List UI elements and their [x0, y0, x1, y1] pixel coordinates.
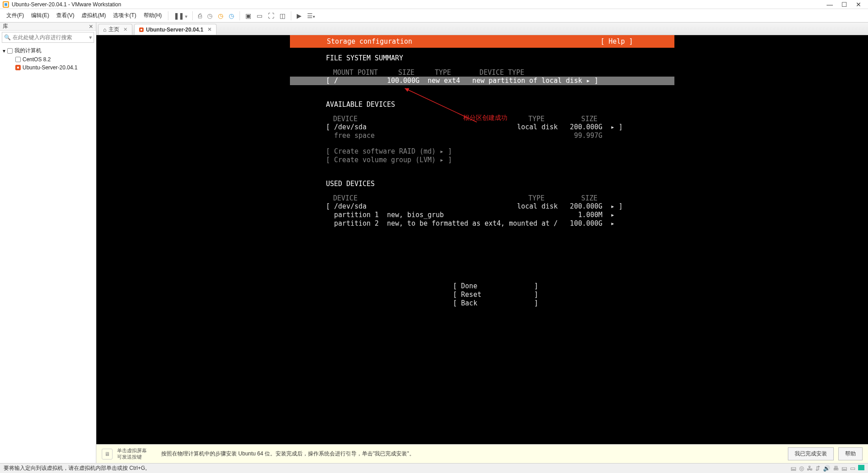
tab-home-label: 主页	[108, 26, 119, 33]
window-titlebar: Ubuntu-Server-20.04.1 - VMware Workstati…	[0, 0, 868, 9]
minimize-button[interactable]: —	[827, 1, 833, 8]
tab-close-icon[interactable]: ✕	[123, 27, 127, 32]
available-devices-heading: AVAILABLE DEVICES	[290, 100, 674, 109]
tree-item-label: Ubuntu-Server-20.04.1	[23, 64, 77, 71]
fs-summary-heading: FILE SYSTEM SUMMARY	[290, 54, 674, 62]
status-tray: 🖴 ◎ 🖧 ⇵ 🔊 🖶 🖴 ▭	[791, 465, 864, 472]
pause-button[interactable]: ❚❚ ▾	[172, 11, 189, 21]
used-device-row[interactable]: [ /dev/sda local disk 200.000G ▸ ]	[290, 202, 674, 211]
close-button[interactable]: ✕	[855, 1, 862, 8]
status-text: 要将输入定向到该虚拟机，请在虚拟机内部单击或按 Ctrl+G。	[4, 464, 150, 472]
drive-icon[interactable]: 🖴	[841, 465, 847, 472]
menu-help[interactable]: 帮助(H)	[141, 10, 165, 21]
tree-item-label: CentOS 8.2	[23, 56, 51, 63]
create-raid-button[interactable]: [ Create software RAID (md) ▸ ]	[290, 147, 674, 156]
content-area: ⌂ 主页 ✕ Ubuntu-Server-20.04.1 ✕ Storage c…	[96, 23, 868, 463]
maximize-button[interactable]: ☐	[841, 1, 847, 8]
vm-icon	[15, 57, 21, 62]
info-icon: 🖥	[102, 449, 113, 459]
search-icon: 🔍	[4, 34, 11, 41]
clock2-icon[interactable]: ◷	[216, 11, 225, 21]
library-sidebar: 库 ✕ 🔍 ▾ ▾ 我的计算机 CentOS 8.2 Ubuntu-Server…	[0, 23, 96, 463]
reset-button[interactable]: [ Reset ]	[290, 291, 674, 299]
window-title: Ubuntu-Server-20.04.1 - VMware Workstati…	[12, 1, 827, 8]
free-space-row[interactable]: free space 99.997G	[290, 132, 674, 140]
tab-close-icon[interactable]: ✕	[208, 27, 212, 32]
tree-root-label: 我的计算机	[14, 47, 41, 55]
menubar: 文件(F) 编辑(E) 查看(V) 虚拟机(M) 选项卡(T) 帮助(H) ❚❚…	[0, 9, 868, 23]
done-button[interactable]: [ Done ]	[290, 282, 674, 291]
printer-icon[interactable]: 🖶	[833, 465, 839, 472]
status-indicator[interactable]	[858, 465, 864, 470]
tree-root[interactable]: ▾ 我的计算机	[2, 46, 94, 55]
view-console-icon[interactable]: ▭	[255, 11, 264, 21]
fs-row-root[interactable]: [ / 100.000G new ext4 new partition of l…	[290, 77, 674, 85]
network-icon[interactable]: 🖧	[807, 465, 813, 472]
info-hint: 单击虚拟屏幕 可发送按键	[117, 448, 157, 459]
install-done-button[interactable]: 我已完成安装	[788, 447, 834, 460]
usb-icon[interactable]: ⇵	[815, 465, 820, 472]
vm-screen[interactable]: Storage configuration [ Help ] FILE SYST…	[96, 35, 868, 444]
create-lvm-button[interactable]: [ Create volume group (LVM) ▸ ]	[290, 156, 674, 164]
available-device-row[interactable]: [ /dev/sda local disk 200.000G ▸ ]	[290, 123, 674, 132]
tool-dropdown-icon[interactable]: ☰▾	[305, 11, 317, 21]
display-icon[interactable]: ▭	[850, 465, 855, 472]
help-button[interactable]: [ Help ]	[601, 35, 669, 48]
sound-icon[interactable]: 🔊	[823, 465, 830, 472]
computer-icon	[7, 48, 13, 54]
search-dropdown-icon[interactable]: ▾	[89, 34, 92, 41]
used-headers: DEVICE TYPE SIZE	[290, 194, 674, 202]
ubuntu-icon	[139, 27, 144, 32]
tree-item-centos[interactable]: CentOS 8.2	[2, 55, 94, 64]
tabstrip: ⌂ 主页 ✕ Ubuntu-Server-20.04.1 ✕	[96, 23, 868, 35]
view-unity-icon[interactable]: ◫	[278, 11, 287, 21]
view-fullscreen-icon[interactable]: ⛶	[266, 11, 276, 21]
fs-headers: MOUNT POINT SIZE TYPE DEVICE TYPE	[290, 68, 674, 77]
collapse-icon: ▾	[3, 48, 5, 54]
tab-home[interactable]: ⌂ 主页 ✕	[98, 24, 132, 35]
installer-header: Storage configuration [ Help ]	[290, 35, 674, 48]
home-icon: ⌂	[103, 27, 106, 33]
clock3-icon[interactable]: ◷	[227, 11, 236, 21]
library-tree: ▾ 我的计算机 CentOS 8.2 Ubuntu-Server-20.04.1	[0, 44, 96, 73]
tab-vm[interactable]: Ubuntu-Server-20.04.1 ✕	[134, 24, 216, 35]
menu-tabs[interactable]: 选项卡(T)	[110, 10, 139, 21]
help-button[interactable]: 帮助	[838, 447, 863, 460]
menu-file[interactable]: 文件(F)	[4, 10, 27, 21]
library-search[interactable]: 🔍 ▾	[2, 32, 94, 43]
used-devices-heading: USED DEVICES	[290, 180, 674, 188]
library-label: 库	[3, 23, 8, 30]
clock1-icon[interactable]: ◷	[205, 11, 214, 21]
menu-vm[interactable]: 虚拟机(M)	[79, 10, 108, 21]
menu-view[interactable]: 查看(V)	[54, 10, 77, 21]
app-icon	[3, 1, 9, 8]
tree-item-ubuntu[interactable]: Ubuntu-Server-20.04.1	[2, 64, 94, 72]
status-bar: 要将输入定向到该虚拟机，请在虚拟机内部单击或按 Ctrl+G。 🖴 ◎ 🖧 ⇵ …	[0, 463, 868, 473]
export-icon[interactable]: ▶	[295, 11, 303, 21]
library-close-icon[interactable]: ✕	[89, 23, 93, 30]
cd-icon[interactable]: ◎	[799, 465, 804, 472]
view-single-icon[interactable]: ▣	[244, 11, 253, 21]
ubuntu-icon	[15, 65, 21, 70]
tab-vm-label: Ubuntu-Server-20.04.1	[146, 27, 203, 33]
partition-1-row[interactable]: partition 1 new, bios_grub 1.000M ▸	[290, 211, 674, 219]
library-header: 库 ✕	[0, 23, 96, 31]
installer-title: Storage configuration	[295, 35, 601, 48]
search-input[interactable]	[13, 34, 89, 41]
annotation-text: 根分区创建成功	[463, 114, 507, 122]
menu-edit[interactable]: 编辑(E)	[28, 10, 52, 21]
partition-2-row[interactable]: partition 2 new, to be formatted as ext4…	[290, 219, 674, 228]
info-bar: 🖥 单击虚拟屏幕 可发送按键 按照在物理计算机中的步骤安装 Ubuntu 64 …	[96, 444, 868, 463]
snapshot-button[interactable]: ⎙	[196, 11, 203, 21]
back-button[interactable]: [ Back ]	[290, 299, 674, 308]
disk-icon[interactable]: 🖴	[791, 465, 796, 472]
info-text: 按照在物理计算机中的步骤安装 Ubuntu 64 位。安装完成后，操作系统会进行…	[161, 450, 783, 458]
